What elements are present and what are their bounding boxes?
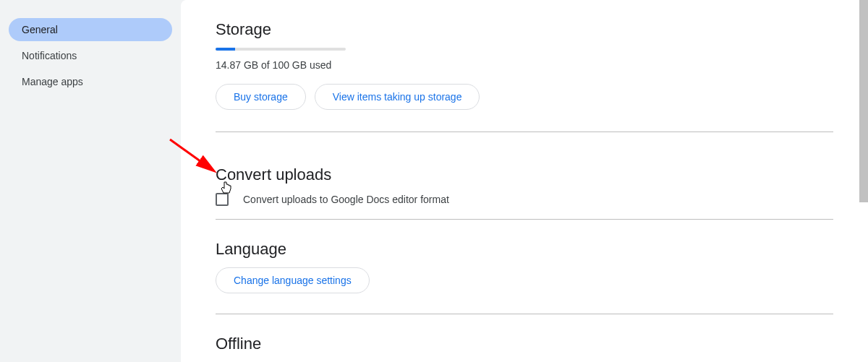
storage-usage-text: 14.87 GB of 100 GB used <box>216 59 833 71</box>
view-items-button[interactable]: View items taking up storage <box>315 84 480 110</box>
sidebar-item-general[interactable]: General <box>9 18 172 41</box>
sidebar-item-manage-apps[interactable]: Manage apps <box>9 70 172 93</box>
convert-uploads-title: Convert uploads <box>216 165 833 184</box>
buy-storage-button[interactable]: Buy storage <box>216 84 306 110</box>
storage-progress-fill <box>216 48 235 51</box>
convert-uploads-checkbox[interactable] <box>216 193 229 206</box>
scrollbar-thumb[interactable] <box>859 0 868 202</box>
storage-title: Storage <box>216 20 833 39</box>
settings-main: Storage 14.87 GB of 100 GB used Buy stor… <box>181 0 868 362</box>
offline-title: Offline <box>216 335 833 353</box>
section-divider <box>216 132 833 132</box>
sidebar-item-notifications[interactable]: Notifications <box>9 44 172 67</box>
storage-progress-bar <box>216 48 346 51</box>
settings-sidebar: General Notifications Manage apps <box>0 0 181 362</box>
language-title: Language <box>216 240 833 259</box>
convert-uploads-label: Convert uploads to Google Docs editor fo… <box>243 194 449 205</box>
change-language-button[interactable]: Change language settings <box>216 267 370 293</box>
